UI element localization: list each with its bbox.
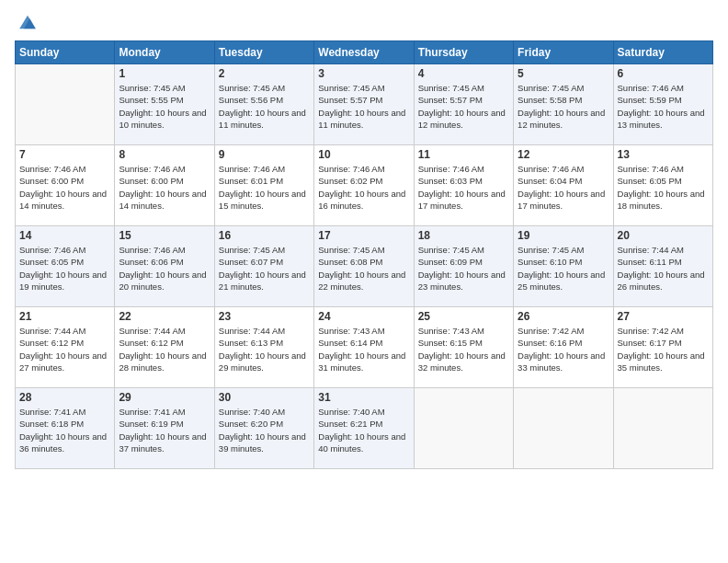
calendar-day: 16Sunrise: 7:45 AMSunset: 6:07 PMDayligh… [214, 226, 313, 307]
day-info: Sunrise: 7:46 AMSunset: 5:59 PMDaylight:… [618, 82, 709, 131]
day-number: 30 [219, 391, 310, 404]
calendar-day: 8Sunrise: 7:46 AMSunset: 6:00 PMDaylight… [115, 145, 214, 226]
calendar-day: 24Sunrise: 7:43 AMSunset: 6:14 PMDayligh… [314, 307, 414, 388]
calendar-day: 9Sunrise: 7:46 AMSunset: 6:01 PMDaylight… [214, 145, 313, 226]
day-info: Sunrise: 7:40 AMSunset: 6:21 PMDaylight:… [318, 406, 409, 454]
calendar-day: 18Sunrise: 7:45 AMSunset: 6:09 PMDayligh… [414, 226, 513, 307]
calendar-week: 28Sunrise: 7:41 AMSunset: 6:18 PMDayligh… [16, 388, 713, 469]
calendar-week: 1Sunrise: 7:45 AMSunset: 5:55 PMDaylight… [16, 64, 713, 145]
day-number: 4 [418, 67, 509, 80]
day-number: 13 [618, 148, 709, 161]
day-number: 18 [418, 229, 509, 242]
calendar-day: 22Sunrise: 7:44 AMSunset: 6:12 PMDayligh… [115, 307, 214, 388]
day-info: Sunrise: 7:46 AMSunset: 6:05 PMDaylight:… [618, 163, 709, 212]
day-number: 24 [318, 310, 409, 323]
calendar-day: 17Sunrise: 7:45 AMSunset: 6:08 PMDayligh… [314, 226, 414, 307]
calendar-day: 10Sunrise: 7:46 AMSunset: 6:02 PMDayligh… [314, 145, 414, 226]
calendar-day: 11Sunrise: 7:46 AMSunset: 6:03 PMDayligh… [414, 145, 513, 226]
calendar-day: 29Sunrise: 7:41 AMSunset: 6:19 PMDayligh… [115, 388, 214, 469]
calendar-day [414, 388, 513, 469]
day-number: 6 [618, 67, 709, 80]
day-info: Sunrise: 7:41 AMSunset: 6:19 PMDaylight:… [119, 406, 210, 454]
day-number: 27 [618, 310, 709, 323]
day-number: 7 [19, 148, 110, 161]
calendar-day: 31Sunrise: 7:40 AMSunset: 6:21 PMDayligh… [314, 388, 414, 469]
weekday-header: Sunday [16, 41, 115, 64]
calendar-day: 12Sunrise: 7:46 AMSunset: 6:04 PMDayligh… [514, 145, 613, 226]
day-info: Sunrise: 7:45 AMSunset: 5:55 PMDaylight:… [119, 82, 210, 131]
calendar-day [16, 64, 115, 145]
day-info: Sunrise: 7:44 AMSunset: 6:11 PMDaylight:… [618, 244, 709, 293]
day-info: Sunrise: 7:43 AMSunset: 6:15 PMDaylight:… [418, 325, 509, 373]
day-number: 14 [19, 229, 110, 242]
calendar-day [613, 388, 712, 469]
day-info: Sunrise: 7:46 AMSunset: 6:06 PMDaylight:… [119, 244, 210, 293]
page: SundayMondayTuesdayWednesdayThursdayFrid… [0, 0, 728, 563]
day-info: Sunrise: 7:43 AMSunset: 6:14 PMDaylight:… [318, 325, 409, 373]
day-info: Sunrise: 7:46 AMSunset: 6:00 PMDaylight:… [19, 163, 110, 212]
day-info: Sunrise: 7:46 AMSunset: 6:03 PMDaylight:… [418, 163, 509, 212]
calendar-day: 4Sunrise: 7:45 AMSunset: 5:57 PMDaylight… [414, 64, 513, 145]
day-number: 15 [119, 229, 210, 242]
day-info: Sunrise: 7:40 AMSunset: 6:20 PMDaylight:… [219, 406, 310, 454]
calendar-day [514, 388, 613, 469]
weekday-header: Tuesday [214, 41, 313, 64]
day-info: Sunrise: 7:41 AMSunset: 6:18 PMDaylight:… [19, 406, 110, 454]
logo-icon [17, 11, 39, 33]
day-info: Sunrise: 7:45 AMSunset: 6:07 PMDaylight:… [219, 244, 310, 293]
calendar-day: 21Sunrise: 7:44 AMSunset: 6:12 PMDayligh… [16, 307, 115, 388]
weekday-header: Monday [115, 41, 214, 64]
day-info: Sunrise: 7:46 AMSunset: 6:04 PMDaylight:… [518, 163, 609, 212]
weekday-header: Friday [514, 41, 613, 64]
calendar-day: 3Sunrise: 7:45 AMSunset: 5:57 PMDaylight… [314, 64, 414, 145]
day-number: 29 [119, 391, 210, 404]
day-number: 2 [219, 67, 310, 80]
day-number: 20 [618, 229, 709, 242]
day-number: 23 [219, 310, 310, 323]
day-number: 16 [219, 229, 310, 242]
weekday-header: Saturday [613, 41, 712, 64]
day-number: 1 [119, 67, 210, 80]
calendar-day: 1Sunrise: 7:45 AMSunset: 5:55 PMDaylight… [115, 64, 214, 145]
day-number: 9 [219, 148, 310, 161]
calendar-day: 2Sunrise: 7:45 AMSunset: 5:56 PMDaylight… [214, 64, 313, 145]
calendar-day: 23Sunrise: 7:44 AMSunset: 6:13 PMDayligh… [214, 307, 313, 388]
day-info: Sunrise: 7:42 AMSunset: 6:17 PMDaylight:… [618, 325, 709, 373]
day-info: Sunrise: 7:45 AMSunset: 5:57 PMDaylight:… [418, 82, 509, 131]
day-info: Sunrise: 7:44 AMSunset: 6:12 PMDaylight:… [19, 325, 110, 373]
calendar-day: 6Sunrise: 7:46 AMSunset: 5:59 PMDaylight… [613, 64, 712, 145]
calendar-day: 13Sunrise: 7:46 AMSunset: 6:05 PMDayligh… [613, 145, 712, 226]
day-info: Sunrise: 7:44 AMSunset: 6:12 PMDaylight:… [119, 325, 210, 373]
day-info: Sunrise: 7:46 AMSunset: 6:02 PMDaylight:… [318, 163, 409, 212]
day-number: 12 [518, 148, 609, 161]
weekday-header: Thursday [414, 41, 513, 64]
day-number: 21 [19, 310, 110, 323]
day-info: Sunrise: 7:45 AMSunset: 6:09 PMDaylight:… [418, 244, 509, 293]
day-info: Sunrise: 7:45 AMSunset: 5:57 PMDaylight:… [318, 82, 409, 131]
day-info: Sunrise: 7:46 AMSunset: 6:00 PMDaylight:… [119, 163, 210, 212]
day-info: Sunrise: 7:45 AMSunset: 5:56 PMDaylight:… [219, 82, 310, 131]
calendar-day: 20Sunrise: 7:44 AMSunset: 6:11 PMDayligh… [613, 226, 712, 307]
day-number: 28 [19, 391, 110, 404]
header [15, 11, 713, 33]
calendar-week: 7Sunrise: 7:46 AMSunset: 6:00 PMDaylight… [16, 145, 713, 226]
calendar-day: 7Sunrise: 7:46 AMSunset: 6:00 PMDaylight… [16, 145, 115, 226]
day-info: Sunrise: 7:44 AMSunset: 6:13 PMDaylight:… [219, 325, 310, 373]
day-number: 26 [518, 310, 609, 323]
calendar-day: 5Sunrise: 7:45 AMSunset: 5:58 PMDaylight… [514, 64, 613, 145]
calendar-day: 28Sunrise: 7:41 AMSunset: 6:18 PMDayligh… [16, 388, 115, 469]
day-number: 22 [119, 310, 210, 323]
calendar-header: SundayMondayTuesdayWednesdayThursdayFrid… [16, 41, 713, 64]
calendar-day: 19Sunrise: 7:45 AMSunset: 6:10 PMDayligh… [514, 226, 613, 307]
logo [15, 11, 39, 33]
day-info: Sunrise: 7:42 AMSunset: 6:16 PMDaylight:… [518, 325, 609, 373]
calendar-day: 30Sunrise: 7:40 AMSunset: 6:20 PMDayligh… [214, 388, 313, 469]
calendar-week: 14Sunrise: 7:46 AMSunset: 6:05 PMDayligh… [16, 226, 713, 307]
day-info: Sunrise: 7:45 AMSunset: 6:08 PMDaylight:… [318, 244, 409, 293]
day-info: Sunrise: 7:46 AMSunset: 6:05 PMDaylight:… [19, 244, 110, 293]
day-info: Sunrise: 7:45 AMSunset: 5:58 PMDaylight:… [518, 82, 609, 131]
calendar-day: 15Sunrise: 7:46 AMSunset: 6:06 PMDayligh… [115, 226, 214, 307]
calendar-day: 14Sunrise: 7:46 AMSunset: 6:05 PMDayligh… [16, 226, 115, 307]
weekday-header: Wednesday [314, 41, 414, 64]
day-info: Sunrise: 7:46 AMSunset: 6:01 PMDaylight:… [219, 163, 310, 212]
